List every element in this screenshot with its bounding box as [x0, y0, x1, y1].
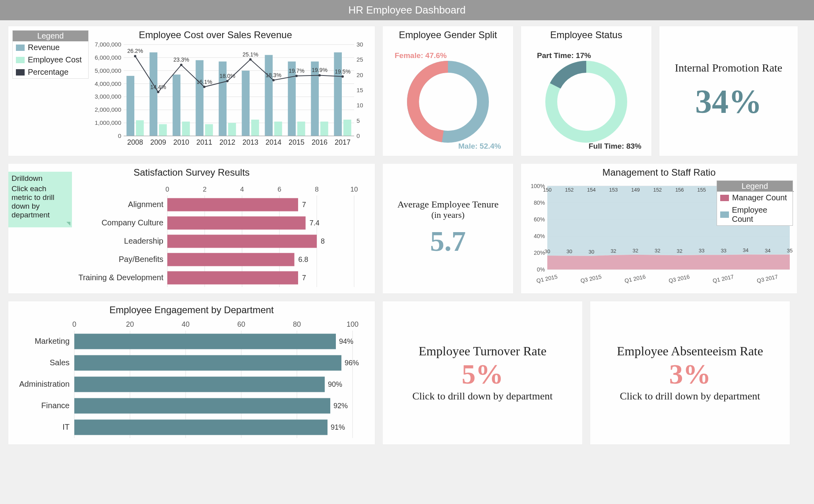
absent-value: 3% — [669, 359, 711, 390]
svg-rect-163 — [74, 377, 325, 392]
svg-text:25.1%: 25.1% — [242, 51, 258, 58]
engagement-chart[interactable]: 020406080100Marketing94%Sales96%Administ… — [11, 319, 372, 442]
svg-text:Training & Development: Training & Development — [78, 273, 163, 282]
svg-text:0: 0 — [357, 132, 360, 139]
svg-rect-54 — [274, 122, 282, 136]
svg-rect-23 — [126, 76, 134, 136]
svg-text:32: 32 — [655, 248, 660, 254]
svg-rect-91 — [167, 216, 306, 229]
svg-text:2010: 2010 — [173, 138, 189, 146]
svg-text:150: 150 — [543, 187, 552, 193]
svg-text:14.4%: 14.4% — [150, 84, 166, 90]
svg-text:8: 8 — [315, 186, 318, 193]
status-donut[interactable]: Part Time: 17% Full Time: 83% — [521, 42, 651, 153]
svg-rect-160 — [74, 355, 341, 371]
svg-text:33: 33 — [721, 248, 726, 254]
survey-chart[interactable]: 0246810Alignment7Company Culture7.4Leade… — [76, 184, 370, 291]
svg-rect-28 — [149, 52, 157, 136]
svg-text:60: 60 — [237, 320, 245, 328]
svg-text:19.5%: 19.5% — [335, 68, 351, 75]
svg-text:153: 153 — [609, 187, 618, 193]
svg-rect-169 — [74, 420, 328, 435]
gender-donut[interactable]: Female: 47.6% Male: 52.4% — [383, 42, 513, 153]
svg-text:156: 156 — [675, 187, 684, 193]
svg-text:1,000,000: 1,000,000 — [95, 119, 121, 126]
svg-rect-53 — [265, 55, 273, 136]
svg-text:Q3 2017: Q3 2017 — [756, 273, 779, 284]
cost-chart[interactable]: 01,000,0002,000,0003,000,0004,000,0005,0… — [92, 41, 370, 152]
svg-text:149: 149 — [631, 187, 640, 193]
svg-text:6,000,000: 6,000,000 — [95, 54, 121, 61]
svg-text:20%: 20% — [534, 250, 545, 256]
engagement-title: Employee Engagement by Department — [8, 301, 375, 317]
svg-text:7.4: 7.4 — [310, 219, 320, 227]
card-status: Employee Status Part Time: 17% Full Time… — [521, 26, 652, 156]
svg-text:154: 154 — [587, 187, 596, 193]
svg-rect-39 — [205, 124, 213, 136]
legend-item-cost: Employee Cost — [13, 54, 88, 66]
svg-text:6.8: 6.8 — [298, 256, 308, 264]
svg-text:Leadership: Leadership — [124, 236, 163, 245]
svg-text:7: 7 — [302, 274, 306, 282]
svg-text:0: 0 — [72, 320, 76, 328]
drilldown-note[interactable]: Drilldown Click each metric to drill dow… — [8, 172, 72, 227]
svg-text:Marketing: Marketing — [35, 337, 70, 345]
svg-text:10: 10 — [357, 102, 363, 109]
svg-text:3,000,000: 3,000,000 — [95, 93, 121, 100]
svg-text:5: 5 — [357, 117, 360, 124]
promo-title: Internal Promotion Rate — [675, 62, 783, 74]
gender-title: Employee Gender Split — [383, 26, 513, 42]
turnover-title: Employee Turnover Rate — [419, 344, 547, 359]
svg-text:40: 40 — [182, 320, 190, 328]
svg-text:96%: 96% — [345, 359, 359, 367]
svg-text:20: 20 — [357, 72, 363, 78]
legend-item-revenue: Revenue — [13, 41, 88, 54]
ratio-legend: Legend Manager Count Employee Count — [717, 180, 793, 226]
svg-text:34: 34 — [743, 247, 748, 253]
svg-text:8: 8 — [321, 237, 325, 245]
female-label: Female: 47.6% — [395, 51, 447, 60]
svg-text:80: 80 — [293, 320, 301, 328]
svg-text:5,000,000: 5,000,000 — [95, 67, 121, 74]
svg-text:30: 30 — [357, 41, 363, 48]
svg-rect-33 — [172, 75, 180, 136]
svg-text:60%: 60% — [534, 216, 545, 223]
svg-rect-44 — [228, 123, 236, 136]
svg-text:80%: 80% — [534, 200, 545, 206]
svg-text:0%: 0% — [537, 266, 545, 273]
card-survey: Drilldown Click each metric to drill dow… — [8, 163, 375, 294]
svg-text:2014: 2014 — [266, 138, 281, 146]
card-turnover[interactable]: Employee Turnover Rate 5% Click to drill… — [382, 301, 583, 445]
absent-title: Employee Absenteeism Rate — [617, 344, 763, 359]
svg-rect-94 — [167, 235, 317, 248]
svg-text:7: 7 — [302, 201, 306, 209]
svg-text:2008: 2008 — [127, 138, 143, 146]
svg-text:32: 32 — [610, 248, 616, 254]
svg-rect-38 — [196, 60, 204, 136]
svg-text:19.7%: 19.7% — [289, 68, 304, 74]
svg-text:Q3 2015: Q3 2015 — [580, 273, 602, 284]
male-label: Male: 52.4% — [458, 142, 501, 150]
svg-text:35: 35 — [787, 248, 793, 254]
tenure-value: 5.7 — [430, 225, 466, 258]
svg-text:Q3 2016: Q3 2016 — [668, 273, 690, 284]
svg-rect-29 — [159, 124, 167, 136]
svg-text:Finance: Finance — [41, 401, 70, 410]
turnover-value: 5% — [462, 359, 504, 390]
svg-text:2009: 2009 — [150, 138, 166, 146]
card-gender: Employee Gender Split Female: 47.6% Male… — [382, 26, 514, 156]
card-promotion: Internal Promotion Rate 34% — [659, 26, 798, 156]
svg-text:6: 6 — [277, 186, 281, 193]
svg-text:Q1 2015: Q1 2015 — [536, 273, 558, 284]
svg-text:7,000,000: 7,000,000 — [95, 41, 121, 48]
card-absent[interactable]: Employee Absenteeism Rate 3% Click to dr… — [590, 301, 790, 445]
svg-rect-157 — [74, 334, 336, 349]
pt-label: Part Time: 17% — [537, 51, 591, 60]
svg-text:40%: 40% — [534, 233, 545, 239]
tenure-subtitle: (in years) — [431, 210, 465, 220]
legend-item-pct: Percentage — [13, 66, 88, 78]
svg-rect-166 — [74, 398, 330, 414]
svg-text:23.3%: 23.3% — [173, 56, 189, 63]
svg-rect-97 — [167, 253, 295, 266]
ft-label: Full Time: 83% — [589, 142, 642, 150]
